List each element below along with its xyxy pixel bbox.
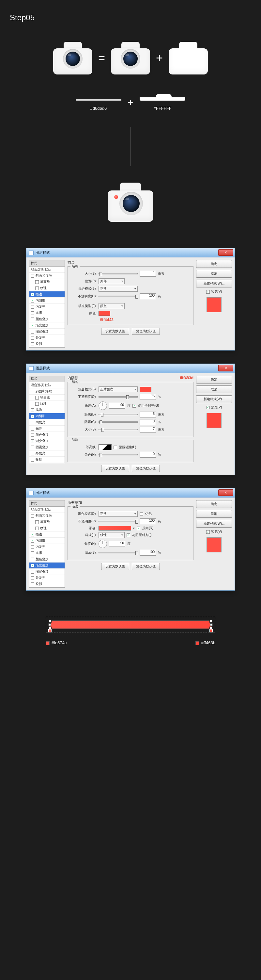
effect-checkbox[interactable]	[31, 439, 34, 443]
new-style-button[interactable]: 新建样式(W)...	[196, 520, 232, 528]
noise-slider[interactable]	[98, 454, 138, 455]
preview-checkbox[interactable]	[206, 290, 210, 294]
effects-item[interactable]: 颜色叠加	[29, 432, 65, 438]
blendmode-select[interactable]: 正常	[98, 286, 138, 292]
reverse-checkbox[interactable]	[137, 527, 140, 530]
gradient-swatch[interactable]	[98, 526, 131, 530]
effect-checkbox[interactable]	[31, 427, 34, 431]
effects-item[interactable]: 斜面和浮雕	[29, 513, 65, 519]
cancel-button[interactable]: 取消	[196, 510, 232, 518]
dialog-titlebar[interactable]: 图层样式 ×	[27, 364, 234, 373]
distance-input[interactable]: 5	[140, 412, 156, 417]
preview-checkbox[interactable]	[206, 406, 210, 409]
effects-item[interactable]: 颜色叠加	[29, 316, 65, 323]
scale-input[interactable]: 100	[140, 550, 156, 556]
reset-default-button[interactable]: 复位为默认值	[132, 563, 160, 570]
effect-checkbox[interactable]	[31, 452, 34, 455]
make-default-button[interactable]: 设置为默认值	[101, 465, 129, 472]
effect-checkbox[interactable]	[31, 564, 34, 568]
angle-input[interactable]: 90	[109, 541, 125, 547]
ok-button[interactable]: 确定	[196, 375, 232, 383]
effects-item[interactable]: 等高线	[29, 395, 65, 401]
effect-checkbox[interactable]	[31, 318, 34, 321]
effect-checkbox[interactable]	[31, 433, 34, 437]
effect-checkbox[interactable]	[31, 458, 34, 461]
opacity-slider[interactable]	[98, 396, 138, 398]
handle-icon[interactable]	[49, 620, 52, 623]
antialias-checkbox[interactable]	[114, 445, 117, 449]
effect-checkbox[interactable]	[31, 533, 34, 536]
position-select[interactable]: 外部	[98, 278, 125, 284]
effects-item[interactable]: 光泽	[29, 426, 65, 432]
effects-item[interactable]: 内发光	[29, 420, 65, 426]
preview-checkbox[interactable]	[206, 530, 210, 534]
dialog-titlebar[interactable]: 图层样式 ×	[27, 248, 234, 258]
ok-button[interactable]: 确定	[196, 260, 232, 268]
effect-checkbox[interactable]	[31, 421, 34, 424]
effects-item[interactable]: 渐变叠加	[29, 563, 65, 569]
effect-checkbox[interactable]	[31, 330, 34, 334]
effects-item[interactable]: 等高线	[29, 279, 65, 285]
dialog-titlebar[interactable]: 图层样式 ×	[27, 488, 234, 498]
effects-item[interactable]: 描边	[29, 407, 65, 413]
effects-item[interactable]: 光泽	[29, 310, 65, 316]
effect-checkbox[interactable]	[35, 396, 39, 399]
effects-item[interactable]: 内阴影	[29, 413, 65, 420]
effects-item[interactable]: 外发光	[29, 335, 65, 341]
effects-blend-default[interactable]: 混合选项:默认	[29, 507, 65, 513]
reset-default-button[interactable]: 复位为默认值	[132, 328, 160, 335]
effect-checkbox[interactable]	[31, 415, 34, 418]
effects-item[interactable]: 内发光	[29, 544, 65, 550]
size-slider[interactable]	[98, 429, 138, 430]
effects-item[interactable]: 光泽	[29, 550, 65, 556]
effect-checkbox[interactable]	[35, 402, 39, 406]
effects-item[interactable]: 外发光	[29, 575, 65, 581]
effects-item[interactable]: 颜色叠加	[29, 556, 65, 563]
opacity-input[interactable]: 75	[140, 394, 156, 400]
angle-dial[interactable]	[98, 540, 107, 548]
make-default-button[interactable]: 设置为默认值	[101, 563, 129, 570]
shadow-color-swatch[interactable]	[140, 387, 151, 392]
effects-item[interactable]: 纹理	[29, 401, 65, 407]
effect-checkbox[interactable]	[31, 582, 34, 586]
align-checkbox[interactable]	[127, 533, 130, 537]
cancel-button[interactable]: 取消	[196, 385, 232, 393]
handle-icon[interactable]	[48, 623, 51, 626]
size-input[interactable]: 7	[140, 426, 156, 433]
make-default-button[interactable]: 设置为默认值	[101, 328, 129, 335]
effect-checkbox[interactable]	[31, 558, 34, 561]
effects-item[interactable]: 斜面和浮雕	[29, 273, 65, 279]
opacity-slider[interactable]	[98, 296, 138, 297]
close-button[interactable]: ×	[218, 489, 233, 496]
blendmode-select[interactable]: 正片叠底	[98, 387, 138, 392]
blendmode-select[interactable]: 正常	[98, 511, 138, 517]
effect-checkbox[interactable]	[31, 305, 34, 309]
effects-item[interactable]: 外发光	[29, 450, 65, 457]
new-style-button[interactable]: 新建样式(W)...	[196, 280, 232, 288]
effect-checkbox[interactable]	[35, 280, 39, 284]
effect-checkbox[interactable]	[31, 408, 34, 412]
stroke-color-swatch[interactable]	[98, 311, 110, 316]
gradient-bar[interactable]	[49, 620, 212, 629]
effect-checkbox[interactable]	[35, 527, 39, 530]
effect-checkbox[interactable]	[31, 293, 34, 296]
effect-checkbox[interactable]	[31, 324, 34, 327]
effect-checkbox[interactable]	[31, 570, 34, 574]
choke-slider[interactable]	[98, 422, 138, 423]
effect-checkbox[interactable]	[31, 311, 34, 315]
effect-checkbox[interactable]	[31, 576, 34, 580]
handle-icon[interactable]	[209, 627, 212, 629]
filltype-select[interactable]: 颜色	[98, 303, 125, 309]
effects-item[interactable]: 纹理	[29, 285, 65, 291]
gradient-stop-right[interactable]	[209, 629, 213, 632]
effect-checkbox[interactable]	[31, 336, 34, 340]
effects-item[interactable]: 纹理	[29, 525, 65, 531]
size-slider[interactable]	[98, 273, 138, 274]
effects-item[interactable]: 图案叠加	[29, 329, 65, 335]
effect-checkbox[interactable]	[31, 342, 34, 346]
noise-input[interactable]: 0	[140, 452, 156, 458]
effect-checkbox[interactable]	[31, 539, 34, 542]
effect-checkbox[interactable]	[31, 274, 34, 278]
handle-icon[interactable]	[49, 627, 52, 629]
effect-checkbox[interactable]	[31, 514, 34, 518]
